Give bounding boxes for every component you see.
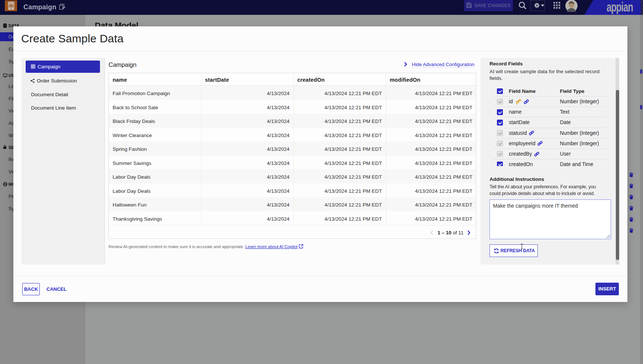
svg-text:P: P bbox=[516, 103, 518, 105]
